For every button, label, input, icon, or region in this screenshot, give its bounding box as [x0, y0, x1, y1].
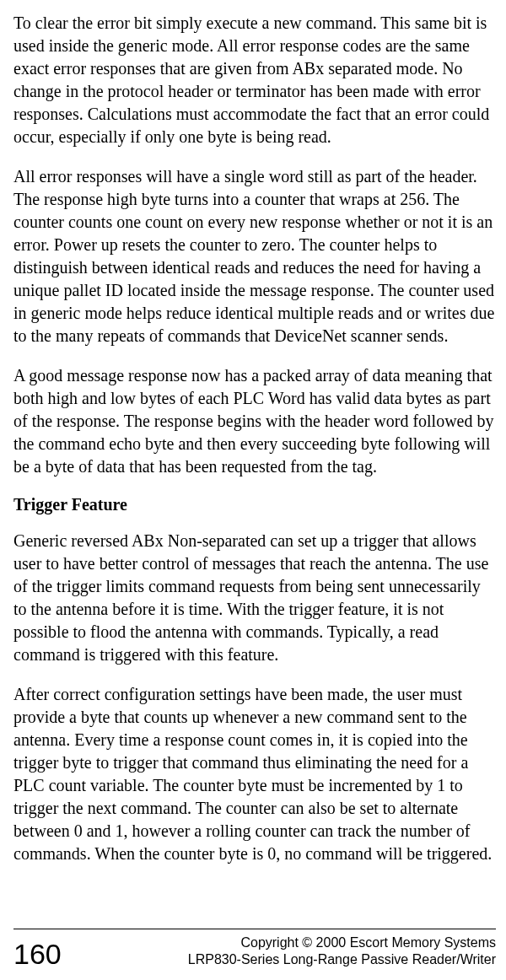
page-content: To clear the error bit simply execute a … [13, 12, 496, 929]
body-paragraph: Generic reversed ABx Non-separated can s… [13, 530, 496, 666]
body-paragraph: A good message response now has a packed… [13, 364, 496, 478]
product-line: LRP830-Series Long-Range Passive Reader/… [188, 951, 496, 968]
body-paragraph: All error responses will have a single w… [13, 165, 496, 347]
body-paragraph: To clear the error bit simply execute a … [13, 12, 496, 148]
copyright-line: Copyright © 2000 Escort Memory Systems [188, 934, 496, 951]
page-number: 160 [13, 940, 62, 968]
body-paragraph: After correct configuration settings hav… [13, 683, 496, 865]
page-footer: 160 Copyright © 2000 Escort Memory Syste… [13, 929, 496, 980]
section-heading: Trigger Feature [13, 495, 496, 514]
footer-text: Copyright © 2000 Escort Memory Systems L… [188, 934, 496, 968]
document-page: To clear the error bit simply execute a … [0, 0, 506, 980]
